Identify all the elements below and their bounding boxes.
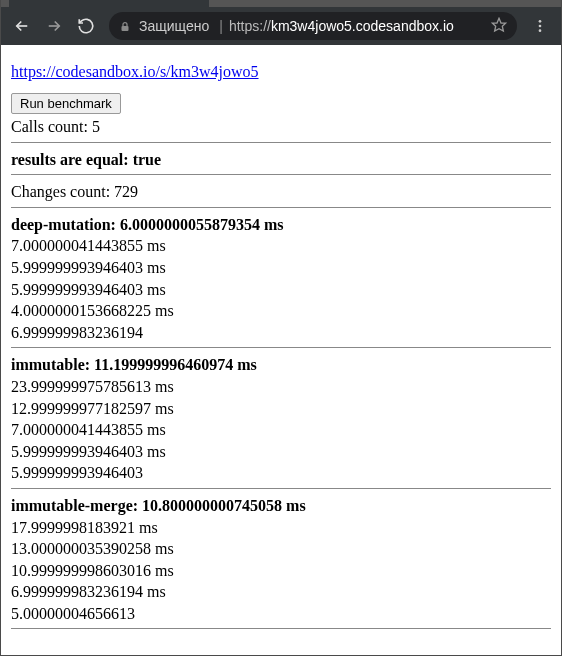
reload-button[interactable] (71, 11, 101, 41)
minimize-button[interactable] (423, 0, 469, 5)
svg-point-8 (539, 29, 542, 32)
divider (11, 174, 551, 175)
svg-rect-4 (122, 26, 129, 31)
window-controls (423, 0, 561, 7)
benchmark-heading: immutable-merge: 10.800000000745058 ms (11, 495, 551, 517)
benchmark-group: deep-mutation: 6.0000000055879354 ms7.00… (11, 214, 551, 344)
divider (11, 628, 551, 629)
benchmark-group: immutable: 11.199999996460974 ms23.99999… (11, 354, 551, 484)
benchmark-row: 5.999999993946403 ms (11, 279, 551, 301)
benchmark-row: 10.999999998603016 ms (11, 560, 551, 582)
svg-point-7 (539, 25, 542, 28)
run-benchmark-button[interactable]: Run benchmark (11, 93, 121, 114)
results-equal: results are equal: true (11, 149, 551, 171)
browser-tab[interactable]: Parcel Sandbox × (9, 0, 209, 7)
divider (11, 347, 551, 348)
svg-marker-5 (492, 18, 505, 31)
divider (11, 488, 551, 489)
benchmark-heading: immutable: 11.199999996460974 ms (11, 354, 551, 376)
benchmark-row: 5.999999993946403 ms (11, 257, 551, 279)
star-icon[interactable] (491, 17, 507, 36)
maximize-button[interactable] (469, 0, 515, 5)
calls-count: Calls count: 5 (11, 116, 551, 138)
benchmark-row: 5.00000004656613 (11, 603, 551, 625)
tab-strip: Parcel Sandbox × (1, 0, 561, 7)
address-bar: Защищено | https://km3w4jowo5.codesandbo… (1, 7, 561, 45)
benchmark-row: 23.999999975785613 ms (11, 376, 551, 398)
kebab-menu-icon[interactable] (525, 11, 555, 41)
benchmark-heading: deep-mutation: 6.0000000055879354 ms (11, 214, 551, 236)
benchmark-group: immutable-merge: 10.800000000745058 ms17… (11, 495, 551, 625)
benchmark-row: 4.0000000153668225 ms (11, 300, 551, 322)
omnibox[interactable]: Защищено | https://km3w4jowo5.codesandbo… (109, 12, 517, 40)
lock-icon (119, 20, 131, 33)
svg-point-6 (539, 20, 542, 23)
benchmark-row: 5.999999993946403 ms (11, 441, 551, 463)
benchmark-row: 7.000000041443855 ms (11, 419, 551, 441)
benchmark-row: 7.000000041443855 ms (11, 235, 551, 257)
url-text: https://km3w4jowo5.codesandbox.io (229, 18, 485, 34)
browser-window: Parcel Sandbox × (0, 0, 562, 656)
benchmark-row: 6.999999983236194 (11, 322, 551, 344)
page-content: https://codesandbox.io/s/km3w4jowo5 Run … (1, 45, 561, 655)
divider (11, 142, 551, 143)
divider (11, 207, 551, 208)
forward-button[interactable] (39, 11, 69, 41)
benchmark-row: 13.000000035390258 ms (11, 538, 551, 560)
secure-label: Защищено (139, 18, 209, 34)
back-button[interactable] (7, 11, 37, 41)
sandbox-link[interactable]: https://codesandbox.io/s/km3w4jowo5 (11, 63, 259, 80)
url-separator: | (219, 18, 223, 34)
benchmark-row: 17.9999998183921 ms (11, 517, 551, 539)
benchmark-row: 5.999999993946403 (11, 462, 551, 484)
benchmark-row: 12.999999977182597 ms (11, 398, 551, 420)
close-window-button[interactable] (515, 0, 561, 5)
benchmark-row: 6.999999983236194 ms (11, 581, 551, 603)
changes-count: Changes count: 729 (11, 181, 551, 203)
